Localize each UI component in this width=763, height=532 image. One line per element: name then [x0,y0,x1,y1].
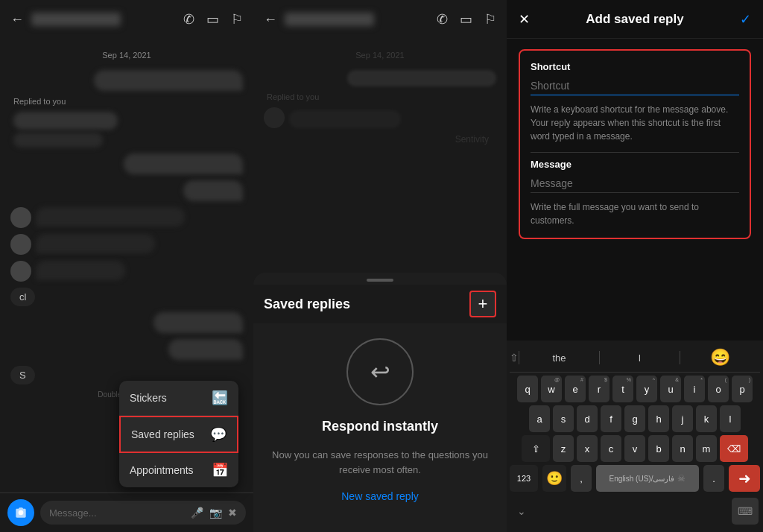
date-sep-p2: Sep 14, 2021 [264,51,496,60]
add-reply-title: Add saved reply [586,12,683,27]
key-c[interactable]: c [601,435,621,462]
form-card: Shortcut Write a keyboard shortcut for t… [519,49,751,239]
stickers-icon: 🔙 [212,390,228,406]
emoji-key[interactable]: 🙂 [542,465,566,492]
message-bubble [36,261,125,280]
key-m[interactable]: m [696,435,717,462]
globe-icon: ☠ [677,473,686,484]
key-d[interactable]: d [577,405,598,432]
message-input-bar: Message... 🎤 📷 ✖ [0,493,253,532]
chat-panel: ← ✆ ▭ ⚐ Sep 14, 2021 Replied to you [0,0,253,532]
appointments-label: Appointments [130,464,194,476]
add-reply-form: Shortcut Write a keyboard shortcut for t… [507,39,763,341]
key-p[interactable]: p) [732,376,753,402]
key-k[interactable]: k [696,405,717,432]
stickers-menu-item[interactable]: Stickers 🔙 [119,381,238,416]
avatar [10,234,31,255]
key-n[interactable]: n [672,435,693,462]
keyboard-icon[interactable]: ⌨ [732,498,759,525]
replied-block [13,112,243,148]
period-key[interactable]: . [703,465,724,492]
keyboard-row-2: a s d f g h j k l [510,405,760,432]
numbers-key[interactable]: 123 [510,465,538,492]
key-x[interactable]: x [577,435,598,462]
replied-content [13,112,118,130]
confirm-button[interactable]: ✓ [740,11,751,28]
keyboard: ⇧ the l 😄 q w@ e# r$ t% y^ u& i* o( p) a… [507,341,763,532]
date-separator: Sep 14, 2021 [10,51,243,60]
back-icon[interactable]: ← [10,12,24,28]
key-h[interactable]: h [648,405,669,432]
keyboard-hide-button[interactable]: ⌄ [511,505,532,517]
key-i[interactable]: i* [684,376,705,402]
appointments-menu-item[interactable]: Appointments 📅 [119,453,238,487]
add-saved-reply-button[interactable]: + [469,291,496,317]
mic-icon[interactable]: 🎤 [191,507,203,519]
respond-description: Now you can save responses to the questi… [268,448,492,477]
attachment-menu: Stickers 🔙 Saved replies 💬 Appointments … [119,381,238,487]
key-a[interactable]: a [529,405,550,432]
reply-circle-icon: ↩ [346,338,414,405]
key-f[interactable]: f [601,405,621,432]
key-b[interactable]: b [648,435,669,462]
contact-name-p2 [285,13,374,26]
suggestion-the[interactable]: the [519,352,599,364]
saved-replies-topbar: ← ✆ ▭ ⚐ [253,0,507,39]
key-s[interactable]: s [553,405,574,432]
key-o[interactable]: o( [708,376,729,402]
message-bubble [36,207,185,227]
saved-replies-menu-item[interactable]: Saved replies 💬 [119,416,238,453]
saved-replies-empty-state: ↩ Respond instantly Now you can save res… [253,323,507,517]
add-saved-reply-panel: ✕ Add saved reply ✓ Shortcut Write a key… [507,0,763,532]
space-lang-label: English (US)/فارسی [610,475,675,483]
video-icon-p2[interactable]: ▭ [460,11,472,28]
shift-key[interactable]: ⇧ [522,435,550,462]
message-placeholder: Message... [49,507,97,519]
message-input-field[interactable] [531,174,739,193]
text-message-s: S [10,366,35,384]
key-q[interactable]: q [517,376,538,402]
flag-icon-p2[interactable]: ⚐ [484,11,496,28]
key-t[interactable]: t% [612,376,633,402]
new-saved-reply-link[interactable]: New saved reply [341,490,419,502]
keyboard-row-3: ⇧ z x c v b n m ⌫ [510,435,760,462]
phone-icon-p2[interactable]: ✆ [437,11,448,28]
backspace-key[interactable]: ⌫ [720,435,748,462]
key-e[interactable]: e# [565,376,586,402]
key-w[interactable]: w@ [541,376,562,402]
reply-bubble [13,133,103,148]
keyboard-row-4: 123 🙂 , English (US)/فارسی ☠ . ➜ [510,465,760,492]
video-icon[interactable]: ▭ [206,11,219,28]
suggestion-shift: ⇧ [510,352,519,364]
message-bubble [94,70,243,91]
comma-key[interactable]: , [571,465,592,492]
flag-icon[interactable]: ⚐ [231,11,243,28]
close-button[interactable]: ✕ [519,11,530,28]
phone-icon[interactable]: ✆ [183,11,194,28]
key-v[interactable]: v [624,435,645,462]
saved-replies-title: Saved replies [264,297,350,312]
return-key[interactable]: ➜ [729,465,760,492]
message-bubble [183,180,243,201]
camera-button[interactable] [7,499,34,526]
key-u[interactable]: u& [660,376,681,402]
text-message: cl [10,288,35,306]
key-z[interactable]: z [553,435,574,462]
stickers-label: Stickers [130,392,167,404]
key-r[interactable]: r$ [589,376,610,402]
space-key[interactable]: English (US)/فارسی ☠ [596,465,699,492]
key-y[interactable]: y^ [636,376,657,402]
drag-bar [367,279,393,282]
back-icon-p2[interactable]: ← [264,12,277,28]
suggestion-emoji[interactable]: 😄 [680,348,760,367]
key-g[interactable]: g [624,405,645,432]
suggestion-l[interactable]: l [600,352,680,364]
shortcut-input[interactable] [531,77,739,95]
key-l[interactable]: l [720,405,741,432]
shortcut-label: Shortcut [531,61,739,72]
message-input[interactable]: Message... 🎤 📷 ✖ [40,501,246,525]
gallery-icon[interactable]: 📷 [209,507,222,519]
message-hint: Write the full message you want to send … [531,200,739,227]
key-j[interactable]: j [672,405,693,432]
sticker-icon[interactable]: ✖ [228,507,237,519]
